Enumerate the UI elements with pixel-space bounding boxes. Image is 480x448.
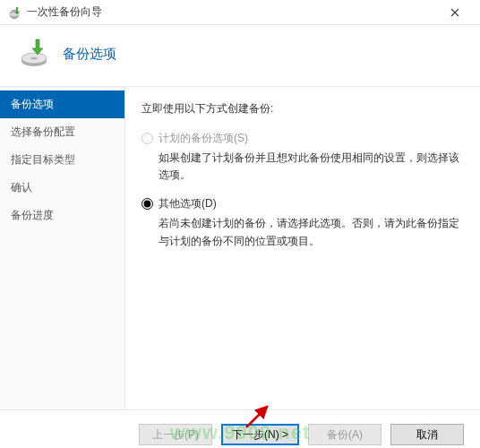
- titlebar: 一次性备份向导: [0, 0, 480, 25]
- sidebar-item-confirm[interactable]: 确认: [0, 174, 124, 202]
- next-button[interactable]: 下一步(N) >: [221, 424, 299, 445]
- option-other-label: 其他选项(D): [159, 196, 217, 211]
- close-icon: [450, 8, 459, 17]
- window-title: 一次性备份向导: [27, 4, 437, 20]
- cancel-button[interactable]: 取消: [390, 424, 464, 445]
- option-other-desc: 若尚未创建计划的备份，请选择此选项。否则，请为此备份指定与计划的备份不同的位置或…: [159, 215, 460, 249]
- wizard-footer: 上一步(P) 下一步(N) > 备份(A) 取消: [0, 410, 480, 448]
- sidebar-item-label: 指定目标类型: [11, 153, 75, 166]
- option-scheduled-row: 计划的备份选项(S): [141, 131, 460, 146]
- wizard-body: 备份选项 选择备份配置 指定目标类型 确认 备份进度 立即使用以下方式创建备份:…: [0, 86, 480, 410]
- close-button[interactable]: [437, 0, 473, 25]
- wizard-header: 备份选项: [0, 25, 480, 86]
- sidebar-item-target-type[interactable]: 指定目标类型: [0, 146, 124, 174]
- radio-scheduled: [141, 133, 153, 144]
- option-scheduled: 计划的备份选项(S) 如果创建了计划备份并且想对此备份使用相同的设置，则选择该选…: [141, 131, 460, 184]
- option-other: 其他选项(D) 若尚未创建计划的备份，请选择此选项。否则，请为此备份指定与计划的…: [141, 196, 460, 249]
- page-title: 备份选项: [63, 46, 116, 63]
- app-icon: [7, 5, 21, 20]
- backup-button: 备份(A): [308, 424, 381, 445]
- backup-icon: [18, 38, 50, 70]
- option-scheduled-label: 计划的备份选项(S): [159, 131, 248, 146]
- radio-other[interactable]: [141, 198, 153, 210]
- content-area: 立即使用以下方式创建备份: 计划的备份选项(S) 如果创建了计划备份并且想对此备…: [125, 87, 480, 409]
- sidebar-item-select-config[interactable]: 选择备份配置: [0, 118, 124, 146]
- intro-text: 立即使用以下方式创建备份:: [141, 101, 460, 116]
- sidebar-item-progress[interactable]: 备份进度: [0, 202, 124, 229]
- sidebar-item-label: 确认: [11, 181, 32, 194]
- svg-point-4: [30, 56, 38, 59]
- prev-button: 上一步(P): [139, 424, 212, 445]
- wizard-steps-sidebar: 备份选项 选择备份配置 指定目标类型 确认 备份进度: [0, 87, 125, 409]
- option-other-row[interactable]: 其他选项(D): [141, 196, 460, 211]
- option-scheduled-desc: 如果创建了计划备份并且想对此备份使用相同的设置，则选择该选项。: [159, 150, 460, 184]
- sidebar-item-backup-options[interactable]: 备份选项: [0, 90, 124, 118]
- sidebar-item-label: 备份进度: [11, 209, 54, 221]
- sidebar-item-label: 选择备份配置: [11, 125, 75, 138]
- sidebar-item-label: 备份选项: [11, 98, 54, 110]
